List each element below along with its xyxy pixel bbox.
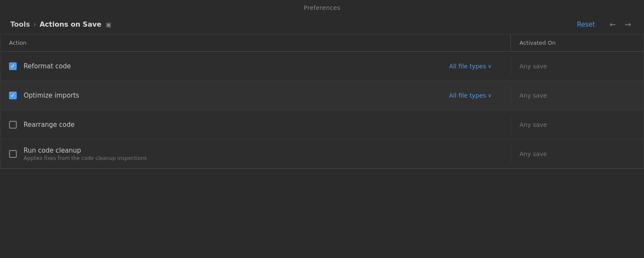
file-type-label-reformat: All file types: [449, 63, 486, 70]
action-label-reformat: Reformat code: [24, 62, 71, 70]
file-type-label-optimize: All file types: [449, 92, 486, 99]
chevron-down-icon: ∨: [488, 92, 492, 98]
action-label-cleanup: Run code cleanup: [24, 147, 147, 154]
check-icon-partial: ✓: [11, 92, 15, 98]
action-text-block: Reformat code: [24, 62, 71, 70]
breadcrumb-tools[interactable]: Tools: [10, 20, 30, 28]
chevron-down-icon: ∨: [488, 63, 492, 69]
file-type-dropdown-reformat[interactable]: All file types ∨: [449, 63, 492, 70]
checkbox-optimize-imports[interactable]: ✓: [9, 92, 17, 99]
table-header-activated: Activated On: [510, 34, 644, 51]
action-text-block: Optimize imports: [24, 92, 79, 99]
checkbox-rearrange-code[interactable]: [9, 121, 17, 129]
breadcrumb-separator: ›: [33, 20, 36, 28]
file-type-dropdown-optimize[interactable]: All file types ∨: [449, 92, 492, 99]
check-icon: ✓: [11, 63, 15, 69]
action-label-rearrange: Rearrange code: [24, 121, 75, 129]
breadcrumb-bar: Tools › Actions on Save ▣ Reset ← →: [0, 15, 644, 34]
activated-on-reformat: Any save: [510, 57, 644, 76]
checkbox-run-code-cleanup[interactable]: [9, 150, 17, 158]
nav-back-button[interactable]: ←: [607, 19, 619, 30]
table-row: ✓ Reformat code All file types ∨ Any sav…: [0, 52, 644, 81]
nav-forward-button[interactable]: →: [622, 19, 634, 30]
row-action-cell: Rearrange code: [0, 115, 510, 135]
page-title-bar: Preferences: [0, 0, 644, 15]
action-label-optimize: Optimize imports: [24, 92, 79, 99]
activated-on-rearrange: Any save: [510, 115, 644, 134]
activated-on-optimize: Any save: [510, 86, 644, 105]
page-title: Preferences: [304, 4, 340, 11]
row-action-cell: Run code cleanup Applies fixes from the …: [0, 141, 510, 167]
action-text-block: Run code cleanup Applies fixes from the …: [24, 147, 147, 161]
table-row: Rearrange code Any save: [0, 110, 644, 139]
table-header-action: Action: [0, 34, 510, 51]
action-text-block: Rearrange code: [24, 121, 75, 129]
row-action-cell: ✓ Optimize imports All file types ∨: [0, 86, 510, 105]
checkbox-reformat-code[interactable]: ✓: [9, 62, 17, 70]
activated-on-cleanup: Any save: [510, 144, 644, 163]
breadcrumb-icon[interactable]: ▣: [106, 21, 111, 28]
table-row: ✓ Optimize imports All file types ∨ Any …: [0, 81, 644, 110]
breadcrumb-current: Actions on Save: [39, 20, 101, 28]
table-header: Action Activated On: [0, 34, 644, 52]
action-sublabel-cleanup: Applies fixes from the code cleanup insp…: [24, 155, 147, 161]
row-action-cell: ✓ Reformat code All file types ∨: [0, 56, 510, 76]
reset-button[interactable]: Reset: [577, 21, 595, 28]
table-row: Run code cleanup Applies fixes from the …: [0, 139, 644, 169]
table-container: Action Activated On ✓ Reformat code All …: [0, 34, 644, 169]
